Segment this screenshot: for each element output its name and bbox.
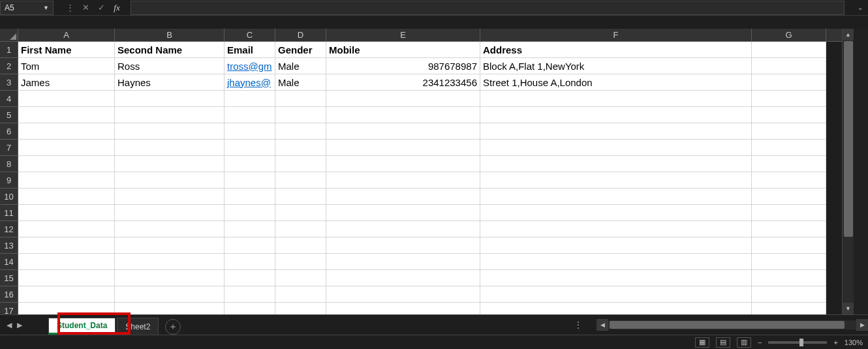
cell-D5[interactable] [275,107,326,123]
col-header-D[interactable]: D [275,29,326,41]
cell-D4[interactable] [275,91,326,107]
cell-F13[interactable] [480,237,752,254]
cell-B6[interactable] [115,123,225,140]
cell-A8[interactable] [18,156,115,172]
scroll-thumb[interactable] [844,41,853,237]
name-box[interactable]: A5 ▼ [0,1,54,15]
cell-E2[interactable]: 987678987 [326,58,480,74]
cell-A9[interactable] [18,172,115,189]
cell-A12[interactable] [18,221,115,237]
cell-C5[interactable] [225,107,275,123]
cell-B2[interactable]: Ross [115,58,225,74]
cell-A7[interactable] [18,140,115,156]
cell-D2[interactable]: Male [275,58,326,74]
cell-F5[interactable] [480,107,752,123]
cell-D11[interactable] [275,205,326,221]
cell-C6[interactable] [225,123,275,140]
cell-C8[interactable] [225,156,275,172]
cell-G9[interactable] [752,172,826,189]
cell-C17[interactable] [225,303,275,314]
cell-G3[interactable] [752,74,826,91]
hscroll-right-icon[interactable]: ▶ [856,319,868,331]
col-header-G[interactable]: G [752,29,826,41]
cell-E15[interactable] [326,270,480,286]
sheet-tab-sheet2[interactable]: Sheet2 [117,318,159,335]
cell-A13[interactable] [18,237,115,254]
cell-E11[interactable] [326,205,480,221]
cell-A4[interactable] [18,91,115,107]
cell-G13[interactable] [752,237,826,254]
row-header[interactable]: 6 [0,123,18,140]
view-page-break-icon[interactable]: ▥ [737,337,751,348]
cell-G4[interactable] [752,91,826,107]
cell-C16[interactable] [225,286,275,303]
formula-expand-icon[interactable]: ⌄ [856,4,868,11]
name-box-dropdown-icon[interactable]: ▼ [43,5,49,11]
row-header[interactable]: 11 [0,205,18,221]
cell-B5[interactable] [115,107,225,123]
scroll-up-icon[interactable]: ▲ [843,29,854,40]
cell-E9[interactable] [326,172,480,189]
cell-C12[interactable] [225,221,275,237]
sheet-tab-student-data[interactable]: Student_Data [48,318,116,335]
cell-G2[interactable] [752,58,826,74]
cell-D7[interactable] [275,140,326,156]
cell-D6[interactable] [275,123,326,140]
col-header-B[interactable]: B [115,29,225,41]
cell-F4[interactable] [480,91,752,107]
cell-F14[interactable] [480,254,752,270]
cell-E5[interactable] [326,107,480,123]
row-header[interactable]: 14 [0,254,18,270]
cell-E16[interactable] [326,286,480,303]
row-header[interactable]: 7 [0,140,18,156]
zoom-in-icon[interactable]: + [833,339,837,346]
row-header[interactable]: 1 [0,42,18,58]
row-header[interactable]: 8 [0,156,18,172]
hscroll-thumb[interactable] [610,321,845,329]
cell-F11[interactable] [480,205,752,221]
row-header[interactable]: 12 [0,221,18,237]
cell-C13[interactable] [225,237,275,254]
cell-G8[interactable] [752,156,826,172]
row-header[interactable]: 4 [0,91,18,107]
cell-E8[interactable] [326,156,480,172]
cell-F15[interactable] [480,270,752,286]
cell-D14[interactable] [275,254,326,270]
cell-A16[interactable] [18,286,115,303]
zoom-slider[interactable] [768,341,827,344]
cell-A3[interactable]: James [18,74,115,91]
cell-G7[interactable] [752,140,826,156]
cell-B17[interactable] [115,303,225,314]
cell-C11[interactable] [225,205,275,221]
cell-D1[interactable]: Gender [275,42,326,58]
formula-input[interactable] [131,1,845,15]
cell-D15[interactable] [275,270,326,286]
row-header[interactable]: 17 [0,303,18,314]
cell-F17[interactable] [480,303,752,314]
cell-E3[interactable]: 2341233456 [326,74,480,91]
cell-C7[interactable] [225,140,275,156]
horizontal-scrollbar[interactable]: ◀ ▶ [597,319,868,331]
view-page-layout-icon[interactable]: ▤ [716,337,730,348]
cell-A6[interactable] [18,123,115,140]
cell-C1[interactable]: Email [225,42,275,58]
row-header[interactable]: 9 [0,172,18,189]
cell-B3[interactable]: Haynes [115,74,225,91]
select-all-corner[interactable] [0,29,18,41]
cell-C3[interactable]: jhaynes@ [225,74,275,91]
row-header[interactable]: 5 [0,107,18,123]
cell-F6[interactable] [480,123,752,140]
cell-D3[interactable]: Male [275,74,326,91]
cell-C9[interactable] [225,172,275,189]
col-header-C[interactable]: C [225,29,275,41]
cell-C14[interactable] [225,254,275,270]
cell-B11[interactable] [115,205,225,221]
row-header[interactable]: 13 [0,237,18,254]
cell-F16[interactable] [480,286,752,303]
cell-G12[interactable] [752,221,826,237]
cell-B7[interactable] [115,140,225,156]
cell-D13[interactable] [275,237,326,254]
cell-E17[interactable] [326,303,480,314]
cell-E12[interactable] [326,221,480,237]
col-header-A[interactable]: A [18,29,115,41]
